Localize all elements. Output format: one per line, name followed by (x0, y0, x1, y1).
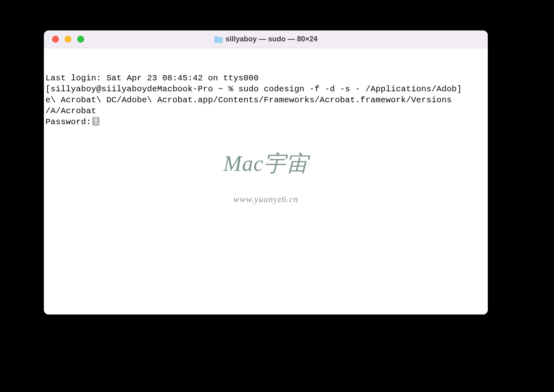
terminal-line-command-3: /A/Acrobat (45, 106, 486, 116)
svg-point-0 (95, 118, 97, 121)
traffic-lights (52, 36, 84, 43)
maximize-button[interactable] (77, 36, 84, 43)
terminal-line-command-2: e\ Acrobat\ DC/Adobe\ Acrobat.app/Conten… (45, 95, 486, 106)
terminal-body[interactable]: Last login: Sat Apr 23 08:45:42 on ttys0… (44, 48, 488, 314)
terminal-line-command-1: [sillyaboy@siilyaboydeMacbook-Pro ~ % su… (45, 84, 486, 95)
title-center: sillyaboy — sudo — 80×24 (44, 35, 488, 43)
watermark: Mac宇宙 www.yuanyz6.cn (223, 136, 308, 226)
key-icon (92, 117, 100, 126)
watermark-title: Mac宇宙 (223, 158, 308, 169)
titlebar[interactable]: sillyaboy — sudo — 80×24 (44, 30, 488, 48)
minimize-button[interactable] (65, 36, 71, 43)
close-button[interactable] (52, 36, 59, 43)
folder-icon (214, 36, 223, 43)
watermark-url: www.yuanyz6.cn (223, 194, 308, 205)
password-prompt: Password: (45, 117, 91, 127)
terminal-window: sillyaboy — sudo — 80×24 Last login: Sat… (44, 30, 488, 314)
terminal-line-last-login: Last login: Sat Apr 23 08:45:42 on ttys0… (45, 73, 486, 84)
window-title: sillyaboy — sudo — 80×24 (225, 35, 318, 43)
